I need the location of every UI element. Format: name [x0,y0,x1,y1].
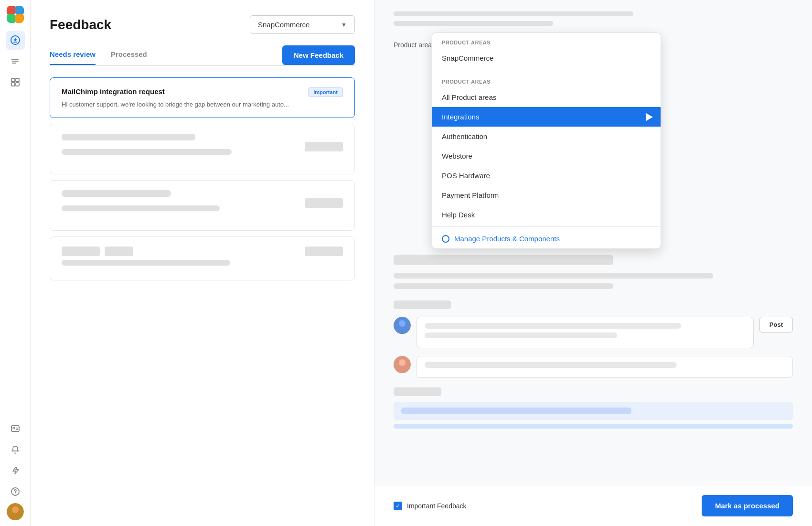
company-select-chevron-icon: ▼ [341,21,347,28]
svg-point-13 [15,494,16,494]
placeholder-badge [305,198,343,208]
attachment-item-1[interactable] [394,402,793,420]
left-panel: Feedback SnapCommerce ▼ Needs review Pro… [31,0,374,526]
dropdown-item-pos-hardware[interactable]: POS Hardware [432,166,661,185]
svg-point-15 [12,506,19,513]
svg-rect-1 [15,6,24,14]
svg-rect-8 [11,83,15,86]
placeholder-card-3[interactable] [50,236,355,280]
placeholder-card-2[interactable] [50,180,355,231]
important-badge: Important [308,87,343,97]
comment-content-1 [417,317,754,348]
dropdown-item-authentication[interactable]: Authentication [432,127,661,146]
tab-processed[interactable]: Processed [111,46,147,65]
right-title-text [394,255,613,265]
right-panel: Product area Integrations ▼ PRODUCT AREA… [374,0,812,526]
attachments-section [394,387,793,429]
page-title: Feedback [50,17,111,32]
tab-needs-review[interactable]: Needs review [50,46,96,65]
comment-row-2 [394,356,793,378]
comment-placeholder-2 [425,333,617,338]
right-desc-2 [394,283,613,289]
product-area-label: Product area [394,41,432,49]
manage-products-link[interactable]: Manage Products & Components [432,229,661,248]
top-placeholder-1 [394,11,633,16]
comment-avatar-1 [394,317,411,334]
download-icon[interactable] [6,31,25,50]
comments-section: Post [394,301,793,378]
placeholder-line [62,260,230,266]
placeholder-line [62,149,232,155]
feedback-card-body: Hi customer support, we're looking to br… [62,101,343,108]
placeholder-card-1[interactable] [50,124,355,174]
placeholder-line [62,134,195,140]
main-container: Feedback SnapCommerce ▼ Needs review Pro… [31,0,812,526]
user-avatar[interactable] [7,503,24,520]
svg-point-18 [399,320,406,327]
comment-placeholder-1 [425,323,681,329]
new-feedback-button[interactable]: New Feedback [282,45,355,65]
list-icon[interactable] [6,52,25,71]
dropdown-item-snapcommerce[interactable]: SnapCommerce [432,48,661,68]
tabs-row: Needs review Processed New Feedback [50,45,355,66]
placeholder-line [62,190,171,197]
svg-rect-0 [7,6,15,14]
company-select-dropdown[interactable]: SnapCommerce ▼ [250,15,355,34]
important-feedback-label: Important Feedback [407,502,467,510]
svg-point-5 [11,59,12,60]
checkbox-icon: ✓ [394,502,402,510]
manage-circle-icon [442,235,449,243]
svg-point-21 [399,359,406,366]
mark-processed-button[interactable]: Mark as processed [702,495,793,516]
feedback-list: MailChimp integration request Important … [50,77,355,280]
dropdown-divider-1 [432,70,661,70]
placeholder-badge [305,247,343,256]
placeholder-tag2 [105,247,133,256]
feedback-card-header: MailChimp integration request Important [62,87,343,97]
placeholder-tag [62,247,100,256]
dropdown-divider-2 [432,226,661,227]
lightning-icon[interactable] [6,461,25,480]
chart-icon[interactable] [6,73,25,92]
dropdown-section-label-1: PRODUCT AREAS [432,33,661,48]
dropdown-item-payment-platform[interactable]: Payment Platform [432,185,661,205]
svg-rect-2 [7,14,15,23]
feedback-card-title: MailChimp integration request [62,87,165,96]
placeholder-badge [305,142,343,151]
comment-row-1: Post [394,317,793,348]
svg-rect-7 [16,78,19,82]
right-desc-1 [394,273,713,279]
attachment-placeholder-2 [394,424,793,429]
bell-icon[interactable] [6,440,25,459]
user-card-icon[interactable] [6,419,25,438]
top-placeholder-2 [394,21,553,26]
svg-rect-6 [11,78,15,82]
left-header: Feedback SnapCommerce ▼ [50,15,355,34]
dropdown-item-all-product-areas[interactable]: All Product areas [432,87,661,107]
placeholder-line [62,205,220,211]
dropdown-item-webstore[interactable]: Webstore [432,146,661,166]
right-panel-inner: Product area Integrations ▼ PRODUCT AREA… [374,0,812,485]
dropdown-cursor-icon [646,113,653,121]
right-content-below-dropdown: Post [394,255,793,429]
attachments-title [394,387,793,396]
comment-content-2 [417,356,793,378]
svg-rect-10 [11,426,19,431]
svg-rect-9 [16,83,19,86]
dropdown-item-help-desk[interactable]: Help Desk [432,205,661,225]
feedback-card-mailchimp[interactable]: MailChimp integration request Important … [50,77,355,118]
attachments-title-placeholder [394,387,441,396]
tabs: Needs review Processed [50,46,147,64]
dropdown-item-integrations[interactable]: Integrations [432,107,661,127]
post-button-1[interactable]: Post [759,317,793,333]
important-feedback-checkbox[interactable]: ✓ Important Feedback [394,502,467,510]
comment-placeholder-3 [425,362,677,368]
comment-avatar-2 [394,356,411,373]
comments-title-placeholder [394,301,451,309]
sidebar [0,0,31,526]
right-title-placeholder [394,255,793,265]
sidebar-logo[interactable] [7,6,24,23]
svg-point-11 [13,427,15,429]
help-icon[interactable] [6,482,25,501]
sidebar-bottom [6,419,25,520]
